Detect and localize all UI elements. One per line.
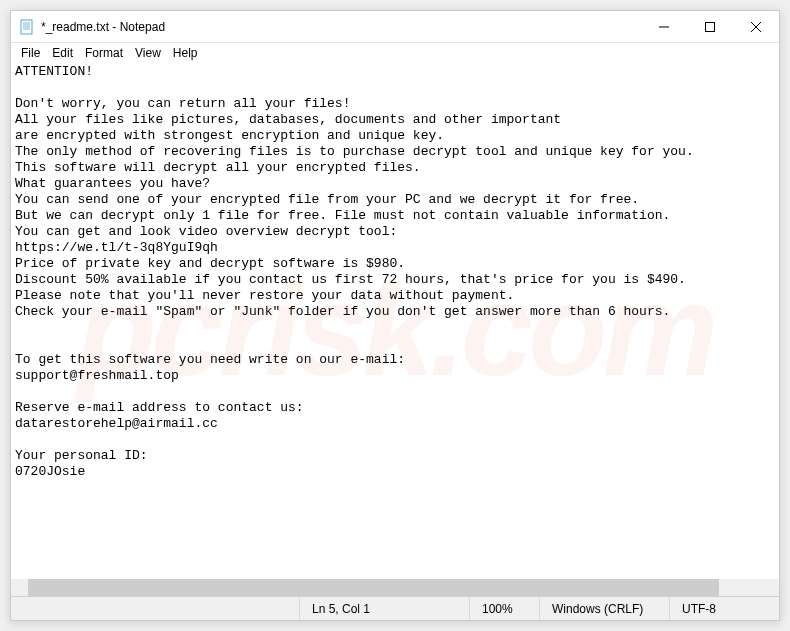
close-button[interactable] bbox=[733, 11, 779, 42]
menu-file[interactable]: File bbox=[15, 45, 46, 61]
notepad-icon bbox=[19, 19, 35, 35]
menu-help[interactable]: Help bbox=[167, 45, 204, 61]
close-icon bbox=[751, 22, 761, 32]
maximize-icon bbox=[705, 22, 715, 32]
menu-view[interactable]: View bbox=[129, 45, 167, 61]
status-cursor-position: Ln 5, Col 1 bbox=[299, 597, 469, 620]
window-controls bbox=[641, 11, 779, 42]
minimize-button[interactable] bbox=[641, 11, 687, 42]
status-line-ending: Windows (CRLF) bbox=[539, 597, 669, 620]
titlebar[interactable]: *_readme.txt - Notepad bbox=[11, 11, 779, 43]
maximize-button[interactable] bbox=[687, 11, 733, 42]
notepad-window: *_readme.txt - Notepad File Edit Format … bbox=[10, 10, 780, 621]
menu-format[interactable]: Format bbox=[79, 45, 129, 61]
scrollbar-corner bbox=[762, 579, 779, 596]
text-editor[interactable]: ATTENTION! Don't worry, you can return a… bbox=[11, 63, 779, 579]
window-title: *_readme.txt - Notepad bbox=[41, 20, 641, 34]
minimize-icon bbox=[659, 22, 669, 32]
menubar: File Edit Format View Help bbox=[11, 43, 779, 63]
status-encoding: UTF-8 bbox=[669, 597, 779, 620]
horizontal-scrollbar-thumb[interactable] bbox=[28, 579, 719, 596]
horizontal-scrollbar[interactable] bbox=[11, 579, 762, 596]
statusbar: Ln 5, Col 1 100% Windows (CRLF) UTF-8 bbox=[11, 596, 779, 620]
content-area: ATTENTION! Don't worry, you can return a… bbox=[11, 63, 779, 596]
menu-edit[interactable]: Edit bbox=[46, 45, 79, 61]
status-zoom: 100% bbox=[469, 597, 539, 620]
svg-rect-6 bbox=[706, 22, 715, 31]
